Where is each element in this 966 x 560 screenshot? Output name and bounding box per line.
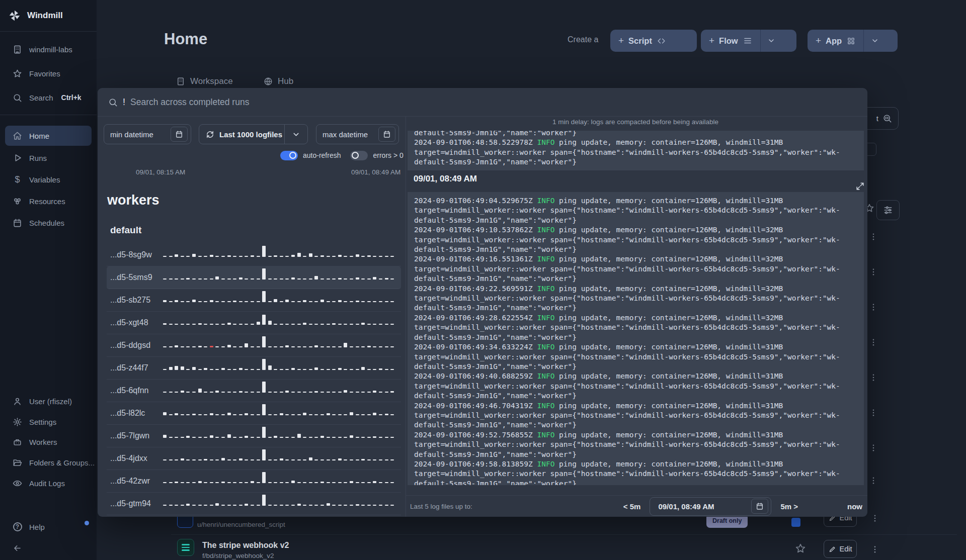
worker-row[interactable]: ...d5-z44f7 [107, 357, 401, 380]
kebab-menu-icon[interactable] [868, 231, 878, 242]
worker-row[interactable]: ...d5-6qfnn [107, 380, 401, 402]
worker-row[interactable]: ...d5-7lgwn [107, 425, 401, 447]
kebab-menu-icon[interactable] [868, 442, 878, 453]
kebab-menu-icon[interactable] [870, 513, 880, 524]
worker-name: ...d5-xgt48 [107, 318, 163, 327]
calendar-icon[interactable] [751, 499, 768, 514]
errors-only-toggle[interactable] [350, 151, 368, 160]
sidebar-item-home[interactable]: Home [5, 126, 92, 146]
sidebar-item-settings[interactable]: Settings [0, 412, 97, 432]
sidebar-collapse-button[interactable] [0, 538, 97, 558]
log-level-info: INFO [537, 460, 554, 468]
footer-datetime-input[interactable]: 09/01, 08:49 AM [650, 497, 771, 516]
kebab-menu-icon[interactable] [868, 266, 878, 277]
worker-activity-sparkline[interactable] [163, 475, 401, 488]
worker-row[interactable]: ...d5-42zwr [107, 470, 401, 493]
kebab-menu-icon[interactable] [868, 407, 878, 418]
sidebar-item-label: Schedules [29, 219, 64, 227]
app-dropdown-button[interactable] [863, 30, 886, 52]
search-shortcut: Ctrl+k [61, 94, 82, 102]
gear-icon [13, 417, 22, 427]
worker-activity-sparkline[interactable] [163, 271, 401, 284]
kebab-menu-icon[interactable] [870, 544, 880, 555]
create-a-label: Create a [568, 35, 598, 44]
now-button[interactable]: now [847, 502, 862, 511]
item-path[interactable]: u/henri/unencumbered_script [197, 521, 285, 528]
create-app-button[interactable]: + App [808, 30, 898, 52]
dollar-icon: $ [13, 175, 22, 184]
worker-activity-sparkline[interactable] [163, 248, 401, 261]
auto-refresh-toggle[interactable] [280, 151, 298, 160]
log-entry: 2024-09-01T06:49:04.529675Z INFO ping up… [414, 196, 864, 225]
windmill-brand[interactable]: Windmill [0, 5, 97, 26]
star-icon [13, 69, 22, 78]
previous-5m-button[interactable]: < 5m [623, 502, 641, 511]
tab-hub[interactable]: Hub [264, 76, 293, 86]
worker-activity-sparkline[interactable] [163, 339, 401, 352]
worker-row[interactable]: ...d5-4jdxx [107, 447, 401, 470]
refresh-icon [206, 130, 214, 139]
worker-activity-sparkline[interactable] [163, 452, 401, 465]
tab-workspace[interactable]: Workspace [176, 76, 233, 86]
sidebar-item-workspace[interactable]: windmill-labs [0, 39, 97, 59]
flow-dropdown-button[interactable] [760, 30, 782, 52]
worker-activity-sparkline[interactable] [163, 361, 401, 375]
worker-row[interactable]: ...d5-gtm94 [107, 493, 401, 515]
kebab-menu-icon[interactable] [868, 302, 878, 313]
sidebar-item-user[interactable]: User (rfiszel) [0, 391, 97, 411]
worker-activity-sparkline[interactable] [163, 316, 401, 329]
kebab-menu-icon[interactable] [868, 475, 878, 486]
worker-row[interactable]: ...d5-xgt48 [107, 312, 401, 334]
item-title[interactable]: The stripe webhook v2 [202, 541, 289, 550]
create-script-button[interactable]: + Script [610, 30, 697, 52]
calendar-icon[interactable] [378, 127, 395, 142]
min-datetime-input[interactable]: min datetime [104, 124, 191, 144]
sidebar-item-search[interactable]: Search Ctrl+k [0, 87, 97, 108]
edit-button[interactable]: Edit [824, 540, 857, 558]
log-top-box[interactable]: default-5sms9-Jmn1G","name":"worker"} 20… [408, 131, 864, 170]
expand-icon[interactable] [855, 181, 865, 191]
log-entry: 2024-09-01T06:49:40.688259Z INFO ping up… [414, 371, 864, 401]
next-5m-button[interactable]: 5m > [780, 502, 798, 511]
max-datetime-input[interactable]: max datetime [316, 124, 399, 144]
sidebar-item-resources[interactable]: Resources [0, 191, 97, 211]
sidebar-item-folders-groups[interactable]: Folders & Groups... [0, 452, 97, 473]
create-flow-button[interactable]: + Flow [701, 30, 796, 52]
kebab-menu-icon[interactable] [868, 337, 878, 348]
log-main-box[interactable]: 2024-09-01T06:49:04.529675Z INFO ping up… [408, 192, 864, 485]
worker-activity-sparkline[interactable] [163, 497, 401, 510]
sidebar-item-label: Folders & Groups... [29, 458, 95, 467]
sidebar-item-workers[interactable]: Workers [0, 432, 97, 452]
worker-row[interactable]: ...d5-5sms9 [107, 266, 401, 289]
search-input[interactable] [130, 97, 583, 108]
sidebar-item-runs[interactable]: Runs [0, 148, 97, 168]
sidebar-item-favorites[interactable]: Favorites [0, 63, 97, 83]
logfiles-count-select[interactable]: Last 1000 logfiles [199, 124, 308, 144]
favorite-star-icon[interactable] [795, 543, 806, 554]
tab-label: Hub [278, 76, 293, 86]
sidebar-item-help[interactable]: ? Help [0, 517, 97, 537]
log-level-info: INFO [537, 255, 554, 263]
sidebar-item-label: Search [29, 94, 53, 102]
sidebar-item-audit-logs[interactable]: Audit Logs [0, 473, 97, 493]
sidebar-item-label: Resources [29, 197, 65, 206]
worker-activity-sparkline[interactable] [163, 407, 401, 420]
worker-activity-sparkline[interactable] [163, 384, 401, 397]
search-typed-prefix: ! [123, 97, 125, 108]
sidebar-item-variables[interactable]: $ Variables [0, 169, 97, 190]
language-badge-icon [791, 518, 800, 527]
worker-activity-sparkline[interactable] [163, 294, 401, 307]
clipped-log-line: default-5sms9-Jmn1G","name":"worker"} [414, 131, 864, 138]
item-path[interactable]: f/bd/stripe_webhook_v2 [202, 552, 274, 559]
calendar-icon[interactable] [171, 127, 188, 142]
sidebar-item-schedules[interactable]: Schedules [0, 213, 97, 233]
filter-settings-button[interactable] [876, 200, 900, 220]
worker-activity-sparkline[interactable] [163, 429, 401, 442]
worker-row[interactable]: ...d5-l82lc [107, 402, 401, 425]
help-icon: ? [13, 522, 22, 532]
worker-row[interactable]: ...d5-8sg9w [107, 244, 401, 266]
kebab-menu-icon[interactable] [868, 372, 878, 383]
worker-row[interactable]: ...d5-ddgsd [107, 334, 401, 357]
global-search-bar[interactable]: ! [98, 88, 867, 117]
worker-row[interactable]: ...d5-sb275 [107, 289, 401, 312]
